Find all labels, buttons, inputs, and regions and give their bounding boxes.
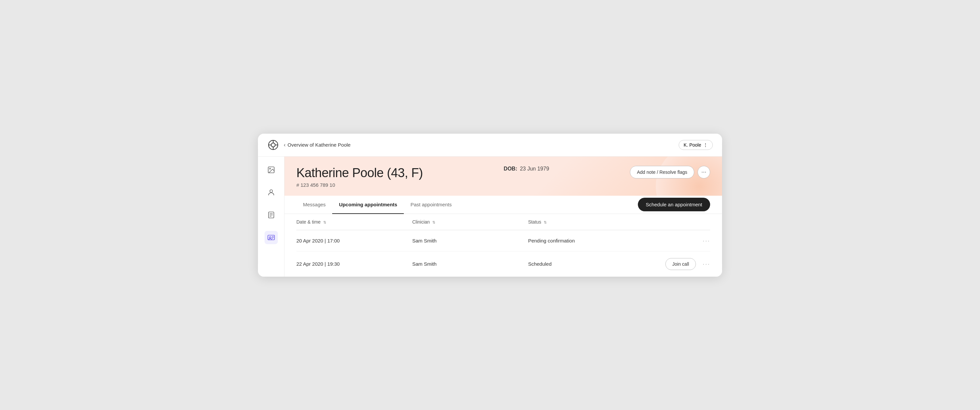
back-button[interactable]: ‹ Overview of Katherine Poole (284, 142, 350, 148)
row1-datetime: 20 Apr 2020 | 17:00 (296, 230, 412, 251)
sidebar-icon-gallery[interactable] (264, 163, 278, 177)
patient-meta: DOB: 23 Jun 1979 (504, 166, 549, 172)
patient-info: Katherine Poole (43, F) # 123 456 789 10 (296, 166, 423, 188)
col-clinician-label: Clinician (412, 219, 430, 225)
tab-messages[interactable]: Messages (296, 196, 332, 214)
main-layout: Katherine Poole (43, F) # 123 456 789 10… (258, 156, 722, 277)
tabs-section: Messages Upcoming appointments Past appo… (285, 196, 722, 214)
appointments-table: Date & time ⇅ Clinician ⇅ Status ⇅ (296, 214, 710, 277)
row2-datetime: 22 Apr 2020 | 19:30 (296, 251, 412, 277)
top-nav-right: K. Poole ⋮ (679, 140, 713, 150)
app-container: ‹ Overview of Katherine Poole K. Poole ⋮ (258, 134, 722, 277)
svg-point-14 (269, 236, 271, 238)
row1-actions-cell: ··· (644, 237, 710, 244)
schedule-appointment-button[interactable]: Schedule an appointment (638, 198, 710, 211)
status-sort-icon[interactable]: ⇅ (544, 220, 547, 225)
table-row: 22 Apr 2020 | 19:30 Sam Smith Scheduled … (296, 251, 710, 277)
datetime-sort-icon[interactable]: ⇅ (323, 220, 326, 225)
top-nav-left: ‹ Overview of Katherine Poole (267, 139, 350, 151)
table-header-row: Date & time ⇅ Clinician ⇅ Status ⇅ (296, 214, 710, 230)
add-note-button[interactable]: Add note / Resolve flags (630, 166, 694, 179)
dob-value: 23 Jun 1979 (520, 166, 549, 172)
sidebar-icon-person[interactable] (264, 186, 278, 199)
col-header-datetime: Date & time ⇅ (296, 214, 412, 230)
col-status-label: Status (528, 219, 541, 225)
patient-header-content: Katherine Poole (43, F) # 123 456 789 10… (296, 166, 710, 188)
row2-clinician: Sam Smith (412, 251, 528, 277)
col-header-actions (644, 214, 710, 230)
col-datetime-label: Date & time (296, 219, 321, 225)
dob-section: DOB: 23 Jun 1979 (504, 166, 549, 172)
row1-actions: ··· (644, 230, 710, 251)
svg-point-8 (270, 190, 272, 192)
patient-id: # 123 456 789 10 (296, 182, 423, 188)
col-header-clinician: Clinician ⇅ (412, 214, 528, 230)
sidebar-icon-contacts[interactable] (264, 231, 278, 244)
row1-clinician: Sam Smith (412, 230, 528, 251)
more-dots-icon: ··· (701, 169, 706, 175)
clinician-sort-icon[interactable]: ⇅ (432, 220, 435, 225)
svg-point-1 (271, 143, 275, 147)
user-label: K. Poole (684, 142, 701, 148)
user-more-dots: ⋮ (703, 142, 708, 148)
tab-upcoming-appointments[interactable]: Upcoming appointments (332, 196, 404, 214)
tab-past-appointments[interactable]: Past appointments (404, 196, 458, 214)
row2-more-button[interactable]: ··· (703, 260, 710, 268)
patient-header: Katherine Poole (43, F) # 123 456 789 10… (285, 156, 722, 196)
sidebar-icon-notes[interactable] (264, 208, 278, 222)
table-row: 20 Apr 2020 | 17:00 Sam Smith Pending co… (296, 230, 710, 251)
dob-label: DOB: (504, 166, 517, 172)
app-logo (267, 139, 279, 151)
row1-status: Pending confirmation (528, 230, 644, 251)
tabs: Messages Upcoming appointments Past appo… (296, 196, 458, 214)
top-nav: ‹ Overview of Katherine Poole K. Poole ⋮ (258, 134, 722, 156)
back-arrow-icon: ‹ (284, 142, 285, 148)
patient-more-button[interactable]: ··· (698, 166, 710, 179)
row2-actions: Join call ··· (644, 251, 710, 277)
patient-name: Katherine Poole (43, F) (296, 166, 423, 180)
svg-point-7 (269, 168, 270, 169)
content-area: Katherine Poole (43, F) # 123 456 789 10… (285, 156, 722, 277)
user-pill-button[interactable]: K. Poole ⋮ (679, 140, 713, 150)
row2-status: Scheduled (528, 251, 644, 277)
table-container: Date & time ⇅ Clinician ⇅ Status ⇅ (285, 214, 722, 277)
sidebar (258, 156, 285, 277)
join-call-button[interactable]: Join call (665, 258, 696, 270)
back-label: Overview of Katherine Poole (288, 142, 350, 148)
row2-actions-cell: Join call ··· (644, 258, 710, 270)
col-header-status: Status ⇅ (528, 214, 644, 230)
header-actions: Add note / Resolve flags ··· (630, 166, 710, 179)
row1-more-button[interactable]: ··· (703, 237, 710, 244)
